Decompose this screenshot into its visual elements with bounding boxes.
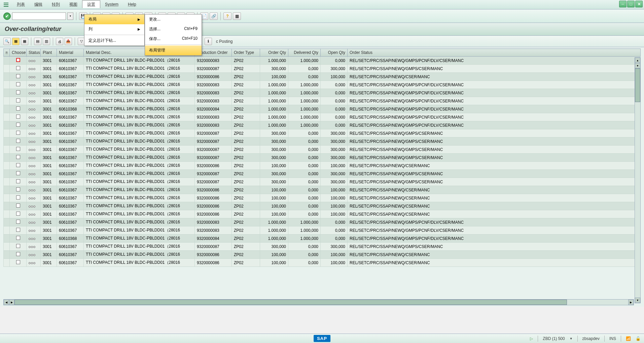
table-row[interactable]: 300160610367TTI COMPACT DRILL 18V BLDC-P…: [4, 251, 641, 259]
choose-checkbox[interactable]: [16, 244, 20, 248]
table-row[interactable]: 300160610367TTI COMPACT DRILL 18V BLDC-P…: [4, 186, 641, 194]
choose-checkbox[interactable]: [16, 58, 20, 62]
scroll-down-step-icon[interactable]: ▼: [635, 63, 640, 68]
choose-checkbox[interactable]: [16, 74, 20, 78]
horizontal-scrollbar[interactable]: ◀ ▶ ▶: [3, 299, 634, 305]
scroll-right-icon[interactable]: ▶: [628, 300, 634, 305]
menu-编辑[interactable]: 编辑: [30, 1, 47, 8]
choose-checkbox[interactable]: [16, 106, 20, 111]
choose-checkbox[interactable]: [16, 123, 20, 127]
menu-icon[interactable]: [3, 2, 9, 7]
choose-checkbox[interactable]: [16, 212, 20, 216]
choose-checkbox[interactable]: [16, 115, 20, 119]
table-row[interactable]: 300160610367TTI COMPACT DRILL 18V BLDC-P…: [4, 113, 641, 121]
table-row[interactable]: 300160610367TTI COMPACT DRILL 18V BLDC-P…: [4, 170, 641, 178]
menu-item[interactable]: 定义总计下钻...: [84, 36, 144, 45]
command-dropdown[interactable]: ▾: [67, 12, 73, 20]
scroll-up-icon[interactable]: ▲: [635, 58, 640, 63]
table-row[interactable]: 300160610367TTI COMPACT DRILL 18V BLDC-P…: [4, 243, 641, 251]
col-header[interactable]: Plant: [41, 49, 57, 57]
choose-checkbox[interactable]: [16, 179, 20, 183]
layout-icon[interactable]: ▦: [233, 12, 241, 20]
minimize-button[interactable]: ─: [619, 1, 627, 7]
table-row[interactable]: 300160610367TTI COMPACT DRILL 18V BLDC-P…: [4, 210, 641, 218]
table-row[interactable]: 300160610367TTI COMPACT DRILL 18V BLDC-P…: [4, 194, 641, 202]
choose-checkbox[interactable]: [16, 139, 20, 143]
col-header[interactable]: Choose: [10, 49, 27, 57]
choose-checkbox[interactable]: [16, 236, 20, 240]
choose-checkbox[interactable]: [16, 252, 20, 256]
menu-设置[interactable]: 设置: [82, 0, 100, 8]
choose-checkbox[interactable]: [16, 131, 20, 135]
table-row[interactable]: 300160610367TTI COMPACT DRILL 18V BLDC-P…: [4, 97, 641, 105]
table-row[interactable]: 300160610367TTI COMPACT DRILL 18V BLDC-P…: [4, 154, 641, 162]
maximize-button[interactable]: □: [627, 1, 635, 7]
select-all-icon[interactable]: ▦: [21, 38, 28, 45]
menu-system[interactable]: System: [100, 1, 123, 8]
choose-checkbox[interactable]: [16, 195, 20, 199]
close-button[interactable]: ✕: [635, 1, 643, 7]
scroll-down-icon[interactable]: ▼: [635, 298, 640, 303]
menu-转到[interactable]: 转到: [47, 1, 65, 8]
col-header[interactable]: Status: [27, 49, 41, 57]
submenu-item[interactable]: 保存...Ctrl+F10: [145, 34, 202, 44]
status-lock-icon[interactable]: 🔓: [636, 336, 641, 341]
col-header[interactable]: Delivered Qty: [288, 49, 321, 57]
col-header[interactable]: Material: [57, 49, 84, 57]
choose-checkbox[interactable]: [16, 66, 20, 70]
export-icon[interactable]: 📤: [65, 38, 72, 45]
menu-item[interactable]: 布局▶: [84, 14, 144, 24]
scroll-left-icon[interactable]: ◀: [4, 300, 9, 305]
choose-checkbox[interactable]: [16, 228, 20, 232]
choose-checkbox[interactable]: [16, 82, 20, 86]
table-row[interactable]: 300160610367TTI COMPACT DRILL 18V BLDC-P…: [4, 65, 641, 73]
submenu-item[interactable]: 更改...: [145, 14, 202, 24]
menu-列表[interactable]: 列表: [12, 1, 30, 8]
table-row[interactable]: 300160610367TTI COMPACT DRILL 18V BLDC-P…: [4, 162, 641, 170]
table-row[interactable]: 300160610367TTI COMPACT DRILL 18V BLDC-P…: [4, 57, 641, 65]
table-row[interactable]: 300160610368TTI COMPACT DRILL 18V BLDC-P…: [4, 235, 641, 243]
choose-checkbox[interactable]: [16, 260, 20, 264]
vertical-scrollbar[interactable]: ▲ ▼ ▼: [635, 57, 641, 303]
choose-checkbox[interactable]: [16, 163, 20, 167]
choose-checkbox[interactable]: [16, 187, 20, 191]
table-row[interactable]: 300160610367TTI COMPACT DRILL 18V BLDC-P…: [4, 73, 641, 81]
sort-desc-icon[interactable]: ▥: [43, 38, 50, 45]
vscroll-thumb[interactable]: [635, 68, 640, 102]
print-icon-2[interactable]: 🖨: [56, 38, 63, 45]
table-row[interactable]: 300160610367TTI COMPACT DRILL 18V BLDC-P…: [4, 121, 641, 129]
choose-checkbox[interactable]: [16, 90, 20, 94]
table-row[interactable]: 300160610368TTI COMPACT DRILL 18V BLDC-P…: [4, 105, 641, 113]
submenu-item[interactable]: 选择...Ctrl+F9: [145, 24, 202, 34]
col-header[interactable]: Order Status: [348, 49, 641, 57]
table-row[interactable]: 300160610367TTI COMPACT DRILL 18V BLDC-P…: [4, 202, 641, 210]
choose-checkbox[interactable]: [16, 220, 20, 224]
hscroll-thumb[interactable]: [14, 300, 567, 305]
menu-item[interactable]: 列▶: [84, 24, 144, 34]
menu-视图[interactable]: 视图: [65, 1, 82, 8]
table-row[interactable]: 300160610367TTI COMPACT DRILL 18V BLDC-P…: [4, 129, 641, 137]
col-header[interactable]: Order Qty: [260, 49, 288, 57]
choose-checkbox[interactable]: [16, 171, 20, 175]
col-header[interactable]: Open Qty: [321, 49, 348, 57]
choose-checkbox[interactable]: [16, 147, 20, 151]
choose-checkbox[interactable]: [16, 204, 20, 208]
status-triangle-icon[interactable]: ▷: [530, 336, 533, 341]
choose-checkbox[interactable]: [16, 98, 20, 102]
sort-asc-icon[interactable]: ▤: [34, 38, 41, 45]
command-field[interactable]: [12, 12, 66, 20]
menu-help[interactable]: Help: [123, 1, 141, 8]
shortcut-icon[interactable]: 🔗: [210, 12, 218, 20]
choose-checkbox[interactable]: [16, 155, 20, 159]
table-row[interactable]: 300160610367TTI COMPACT DRILL 18V BLDC-P…: [4, 259, 641, 267]
refresh-icon[interactable]: ▦: [12, 38, 20, 45]
col-header[interactable]: Order Type: [232, 49, 260, 57]
help-icon[interactable]: ?: [223, 12, 231, 20]
status-signal-icon[interactable]: 📶: [626, 336, 631, 341]
info-icon[interactable]: ℹ: [205, 38, 212, 45]
table-row[interactable]: 300160610367TTI COMPACT DRILL 18V BLDC-P…: [4, 146, 641, 154]
table-row[interactable]: 300160610367TTI COMPACT DRILL 18V BLDC-P…: [4, 137, 641, 146]
table-row[interactable]: 300160610367TTI COMPACT DRILL 18V BLDC-P…: [4, 89, 641, 97]
scroll-right-step-icon[interactable]: ▶: [9, 300, 14, 305]
detail-icon[interactable]: 🔍: [3, 38, 11, 45]
